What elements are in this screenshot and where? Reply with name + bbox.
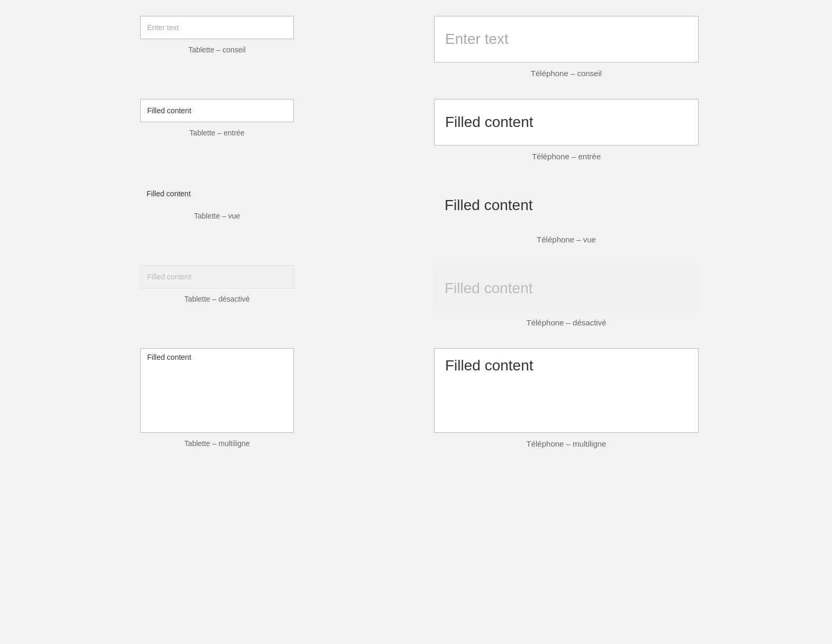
page-container: Tablette – conseil Téléphone – conseil T… <box>0 0 832 485</box>
col-tablet-vue: Tablette – vue <box>85 182 349 220</box>
phone-conseil-wrapper <box>434 16 699 62</box>
phone-entree-input[interactable] <box>434 99 699 146</box>
tablet-multiligne-textarea[interactable]: Filled content <box>140 348 294 433</box>
phone-entree-wrapper <box>434 99 699 146</box>
phone-conseil-input[interactable] <box>434 16 699 62</box>
col-phone-entree: Téléphone – entrée <box>413 99 720 161</box>
phone-vue-input <box>434 182 699 229</box>
col-tablet-multiligne: Filled content Tablette – multiligne <box>85 348 349 448</box>
tablet-conseil-input[interactable] <box>140 16 294 39</box>
tablet-entree-label: Tablette – entrée <box>189 129 245 137</box>
col-phone-multiligne: Filled content Téléphone – multiligne <box>413 348 720 448</box>
row-entree: Tablette – entrée Téléphone – entrée <box>53 99 779 161</box>
tablet-multiligne-label: Tablette – multiligne <box>184 439 250 448</box>
col-phone-vue: Téléphone – vue <box>413 182 720 244</box>
col-phone-conseil: Téléphone – conseil <box>413 16 720 78</box>
tablet-multiligne-wrapper: Filled content <box>140 348 294 433</box>
col-phone-desactive: Téléphone – désactivé <box>413 265 720 327</box>
tablet-conseil-wrapper <box>140 16 294 39</box>
tablet-vue-input <box>140 182 294 205</box>
col-tablet-entree: Tablette – entrée <box>85 99 349 137</box>
row-desactive: Tablette – désactivé Téléphone – désacti… <box>53 265 779 327</box>
phone-multiligne-wrapper: Filled content <box>434 348 699 433</box>
tablet-vue-wrapper <box>140 182 294 205</box>
phone-entree-label: Téléphone – entrée <box>532 152 601 161</box>
tablet-desactive-input <box>140 265 294 288</box>
phone-desactive-input <box>434 265 699 312</box>
row-vue: Tablette – vue Téléphone – vue <box>53 182 779 244</box>
row-multiligne: Filled content Tablette – multiligne Fil… <box>53 348 779 448</box>
phone-vue-label: Téléphone – vue <box>537 235 596 244</box>
row-conseil: Tablette – conseil Téléphone – conseil <box>53 16 779 78</box>
tablet-conseil-label: Tablette – conseil <box>188 46 246 54</box>
phone-vue-wrapper <box>434 182 699 229</box>
tablet-desactive-wrapper <box>140 265 294 288</box>
phone-conseil-label: Téléphone – conseil <box>531 69 602 78</box>
col-tablet-conseil: Tablette – conseil <box>85 16 349 54</box>
tablet-entree-input[interactable] <box>140 99 294 122</box>
tablet-desactive-label: Tablette – désactivé <box>184 295 250 303</box>
tablet-vue-label: Tablette – vue <box>194 212 240 220</box>
phone-desactive-wrapper <box>434 265 699 312</box>
phone-multiligne-textarea[interactable]: Filled content <box>434 348 699 433</box>
phone-desactive-label: Téléphone – désactivé <box>527 318 607 327</box>
tablet-entree-wrapper <box>140 99 294 122</box>
phone-multiligne-label: Téléphone – multiligne <box>527 439 607 448</box>
col-tablet-desactive: Tablette – désactivé <box>85 265 349 303</box>
